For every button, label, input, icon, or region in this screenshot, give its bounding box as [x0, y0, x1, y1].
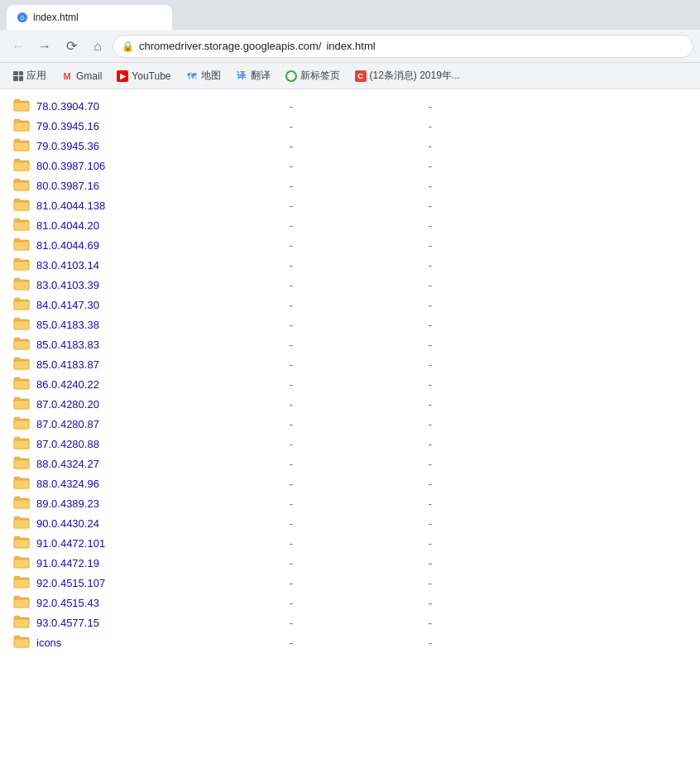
table-row: 91.0.4472.19-- [0, 553, 700, 573]
file-size: - [397, 637, 463, 649]
folder-icon [13, 575, 30, 591]
file-size: - [397, 458, 463, 470]
file-link[interactable]: 89.0.4389.23 [36, 497, 202, 510]
folder-icon [13, 357, 30, 372]
file-link[interactable]: 91.0.4472.19 [36, 557, 202, 569]
file-size: - [397, 160, 463, 172]
bookmark-youtube[interactable]: ▶ YouTube [110, 67, 177, 85]
file-date: - [242, 319, 341, 331]
file-size: - [397, 100, 463, 113]
table-row: 81.0.4044.69-- [0, 235, 700, 255]
file-link[interactable]: 85.0.4183.38 [36, 319, 202, 331]
forward-button[interactable]: → [33, 35, 56, 58]
table-row: 89.0.4389.23-- [0, 493, 700, 513]
file-link[interactable]: 91.0.4472.101 [36, 537, 202, 550]
table-row: 79.0.3945.36-- [0, 136, 700, 156]
file-date: - [242, 418, 341, 430]
file-date: - [242, 537, 341, 550]
folder-icon [13, 257, 30, 273]
file-link[interactable]: 83.0.4103.39 [36, 279, 202, 291]
folder-icon [13, 98, 30, 114]
folder-icon [13, 198, 30, 214]
file-link[interactable]: 87.0.4280.88 [36, 438, 202, 450]
folder-icon [13, 297, 30, 313]
bookmark-apps-label: 应用 [26, 69, 46, 83]
file-size: - [397, 319, 463, 331]
folder-icon [13, 635, 30, 651]
bookmark-gmail[interactable]: M Gmail [55, 67, 108, 85]
file-size: - [397, 140, 463, 152]
file-size: - [397, 418, 463, 430]
table-row: 80.0.3987.106-- [0, 156, 700, 175]
bookmark-newtab[interactable]: 新标签页 [279, 65, 347, 86]
file-link[interactable]: 90.0.4430.24 [36, 517, 202, 530]
file-link[interactable]: 80.0.3987.16 [36, 180, 202, 192]
file-link[interactable]: 86.0.4240.22 [36, 378, 202, 391]
file-date: - [242, 259, 341, 271]
file-link[interactable]: icons [36, 637, 202, 649]
file-link[interactable]: 85.0.4183.87 [36, 358, 202, 371]
table-row: 87.0.4280.87-- [0, 414, 700, 434]
file-link[interactable]: 80.0.3987.106 [36, 160, 202, 172]
file-link[interactable]: 88.0.4324.27 [36, 458, 202, 470]
table-row: 88.0.4324.96-- [0, 473, 700, 493]
file-date: - [242, 557, 341, 569]
table-row: 78.0.3904.70-- [0, 96, 700, 116]
file-link[interactable]: 85.0.4183.83 [36, 339, 202, 351]
folder-icon [13, 396, 30, 412]
folder-icon [13, 178, 30, 194]
reload-button[interactable]: ⟳ [60, 35, 83, 58]
bookmark-maps-label: 地图 [201, 69, 221, 83]
bookmark-youtube-label: YouTube [132, 70, 170, 82]
file-link[interactable]: 93.0.4577.15 [36, 617, 202, 629]
folder-icon [13, 456, 30, 472]
file-link[interactable]: 81.0.4044.69 [36, 239, 202, 252]
svg-text:G: G [20, 15, 24, 21]
file-link[interactable]: 78.0.3904.70 [36, 100, 202, 113]
file-link[interactable]: 79.0.3945.36 [36, 140, 202, 152]
folder-icon [13, 555, 30, 571]
bookmark-apps[interactable]: 应用 [7, 65, 53, 86]
file-size: - [397, 438, 463, 450]
file-link[interactable]: 92.0.4515.107 [36, 577, 202, 589]
file-link[interactable]: 79.0.3945.16 [36, 120, 202, 132]
bookmark-maps[interactable]: 🗺 地图 [180, 65, 228, 86]
file-link[interactable]: 84.0.4147.30 [36, 299, 202, 311]
file-size: - [397, 239, 463, 252]
file-size: - [397, 577, 463, 589]
folder-icon [13, 118, 30, 134]
file-link[interactable]: 81.0.4044.20 [36, 219, 202, 232]
file-date: - [242, 577, 341, 589]
file-date: - [242, 398, 341, 411]
folder-icon [13, 536, 30, 551]
file-size: - [397, 517, 463, 530]
home-button[interactable]: ⌂ [86, 35, 109, 58]
bookmarks-bar: 应用 M Gmail ▶ YouTube 🗺 地图 译 翻译 [0, 63, 700, 89]
folder-icon [13, 436, 30, 452]
url-path: index.html [326, 40, 375, 52]
gmail-icon: M [61, 70, 73, 82]
file-link[interactable]: 81.0.4044.138 [36, 199, 202, 212]
table-row: 84.0.4147.30-- [0, 295, 700, 315]
file-link[interactable]: 87.0.4280.20 [36, 398, 202, 411]
address-bar[interactable]: 🔒 chromedriver.storage.googleapis.com/in… [113, 35, 693, 58]
bookmark-chrome[interactable]: C (12条消息) 2019年... [348, 65, 467, 86]
file-link[interactable]: 88.0.4324.96 [36, 478, 202, 490]
url-base: chromedriver.storage.googleapis.com/ [139, 40, 321, 52]
folder-icon [13, 317, 30, 333]
file-size: - [397, 299, 463, 311]
table-row: 88.0.4324.27-- [0, 454, 700, 473]
table-row: 90.0.4430.24-- [0, 513, 700, 533]
file-link[interactable]: 83.0.4103.14 [36, 259, 202, 271]
bookmark-translate[interactable]: 译 翻译 [229, 65, 277, 86]
file-link[interactable]: 87.0.4280.87 [36, 418, 202, 430]
active-tab[interactable]: G index.html [7, 5, 172, 30]
file-date: - [242, 637, 341, 649]
folder-icon [13, 337, 30, 353]
back-button[interactable]: ← [7, 35, 30, 58]
table-row: 81.0.4044.138-- [0, 195, 700, 215]
file-date: - [242, 160, 341, 172]
file-link[interactable]: 92.0.4515.43 [36, 597, 202, 609]
file-size: - [397, 219, 463, 232]
newtab-icon [285, 70, 297, 82]
